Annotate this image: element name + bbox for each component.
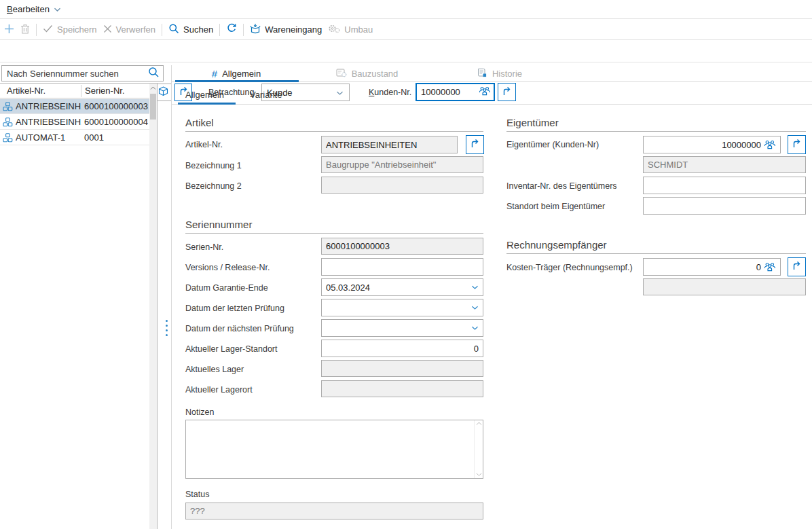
standort-label: Standort beim Eigentümer xyxy=(506,202,605,211)
inventar-field-wrap xyxy=(643,177,806,194)
discard-label: Verwerfen xyxy=(116,24,156,35)
section-eigentuemer-title: Eigentümer xyxy=(506,117,559,128)
jump-arrow-icon xyxy=(792,261,802,273)
subtab-allgemein[interactable]: Allgemein xyxy=(185,90,224,100)
save-button[interactable]: Speichern xyxy=(43,24,97,35)
row-artikel: AUTOMAT-1 xyxy=(16,132,81,143)
scroll-up-icon[interactable] xyxy=(475,422,483,426)
section-artikel-title: Artikel xyxy=(185,117,214,128)
version-field[interactable] xyxy=(326,262,479,272)
scrollbar-thumb[interactable] xyxy=(150,94,156,120)
scroll-up-icon[interactable] xyxy=(149,84,157,92)
inventar-field[interactable] xyxy=(648,181,801,191)
eigentuemer-field-wrap xyxy=(643,136,781,153)
notes-scrollbar[interactable] xyxy=(474,420,483,478)
check-icon xyxy=(43,24,53,35)
jump-arrow-icon xyxy=(470,139,480,151)
chevron-down-icon[interactable] xyxy=(471,326,479,331)
kostentraeger-field[interactable] xyxy=(648,262,761,272)
toolbar-separator xyxy=(162,24,162,36)
naechste-pruefung-date-picker[interactable] xyxy=(321,319,483,337)
column-serien-nr[interactable]: Serien-Nr. xyxy=(85,86,125,96)
tab-allgemein[interactable]: # Allgemein xyxy=(172,65,301,81)
machine-icon xyxy=(336,68,347,79)
bezeichnung1-label: Bezeichnung 1 xyxy=(185,161,242,170)
standort-field-wrap xyxy=(643,197,806,215)
chevron-down-icon[interactable] xyxy=(471,285,479,290)
menu-bearbeiten[interactable]: Bearbeiten xyxy=(7,4,61,14)
active-tab-underline xyxy=(175,80,299,82)
notizen-label: Notizen xyxy=(185,407,214,417)
notizen-field[interactable] xyxy=(186,420,474,478)
status-label: Status xyxy=(185,490,209,499)
bezeichnung1-field: Baugruppe "Antriebseinheit" xyxy=(321,156,483,173)
filter-bar: Artikel-Nr. Betrachtung Kunde Kunden-Nr. xyxy=(0,41,812,62)
list-scrollbar[interactable] xyxy=(149,84,157,529)
new-button[interactable] xyxy=(4,24,14,36)
tab-historie-label: Historie xyxy=(492,69,522,79)
discard-button[interactable]: Verwerfen xyxy=(103,24,156,35)
list-row[interactable]: AUTOMAT-1 0001 xyxy=(0,130,149,145)
customers-icon xyxy=(764,262,776,272)
chevron-down-icon[interactable] xyxy=(471,306,479,310)
kostentraeger-jump-button[interactable] xyxy=(788,257,806,276)
subtab-variante[interactable]: Variante xyxy=(250,90,282,100)
search-label: Suchen xyxy=(183,24,213,35)
rebuild-button[interactable]: Umbau xyxy=(328,24,373,36)
refresh-button[interactable] xyxy=(226,23,237,36)
kostentraeger-field-wrap xyxy=(643,258,781,276)
eigentuemer-name-field: SCHMIDT xyxy=(643,156,806,173)
artikel-field-jump-button[interactable] xyxy=(466,135,484,154)
menu-bearbeiten-label: Bearbeiten xyxy=(7,4,50,14)
standort-field[interactable] xyxy=(648,201,801,211)
goods-receipt-icon xyxy=(250,23,261,36)
refresh-icon xyxy=(226,23,237,36)
column-artikel-nr[interactable]: Artikel-Nr. xyxy=(7,86,45,96)
section-divider xyxy=(506,253,806,254)
goods-receipt-button[interactable]: Wareneingang xyxy=(250,23,322,36)
rebuild-label: Umbau xyxy=(344,24,373,35)
scroll-down-icon[interactable] xyxy=(475,473,483,477)
search-button[interactable]: Suchen xyxy=(168,23,213,36)
column-divider xyxy=(81,85,81,97)
eigentuemer-jump-button[interactable] xyxy=(788,135,806,154)
tab-historie[interactable]: Historie xyxy=(433,65,566,81)
row-artikel: ANTRIEBSEINH... xyxy=(16,101,81,111)
bezeichnung2-label: Bezeichnung 2 xyxy=(185,181,242,191)
serien-nr-field: 6000100000003 xyxy=(321,238,483,255)
lagerort-label: Aktueller Lagerort xyxy=(185,385,253,395)
delete-button[interactable] xyxy=(20,24,30,36)
splitter-grip[interactable] xyxy=(166,320,168,336)
letzte-pruefung-date-picker[interactable] xyxy=(321,299,483,316)
version-field-wrap xyxy=(321,258,483,276)
serien-nr-field-label: Serien-Nr. xyxy=(185,242,223,252)
bezeichnung2-field xyxy=(321,177,483,194)
customers-icon xyxy=(764,140,776,149)
trash-icon xyxy=(20,24,30,36)
list-row[interactable]: ANTRIEBSEINH... 6000100000003 xyxy=(0,99,149,114)
history-book-icon xyxy=(477,68,487,79)
toolbar: Speichern Verwerfen Suchen Wareneingang … xyxy=(0,20,812,40)
hash-icon: # xyxy=(212,68,217,79)
kostentraeger-label: Kosten-Träger (Rechnungsempf.) xyxy=(506,263,633,272)
tab-bauzustand[interactable]: Bauzustand xyxy=(301,65,433,81)
eigentuemer-field[interactable] xyxy=(648,140,761,150)
section-divider xyxy=(185,131,483,132)
cube-icon xyxy=(158,86,168,98)
toolbar-separator xyxy=(243,24,244,36)
garantie-date-picker[interactable]: 05.03.2024 xyxy=(321,278,483,296)
save-label: Speichern xyxy=(57,24,97,35)
gears-icon xyxy=(328,24,340,36)
section-rechnung-title: Rechnungsempfänger xyxy=(506,239,607,251)
active-subtab-underline xyxy=(178,103,236,105)
main-tabs: # Allgemein Bauzustand Historie xyxy=(172,65,812,82)
chevron-down-icon xyxy=(54,4,61,14)
lager-standort-field[interactable] xyxy=(326,344,479,354)
letzte-pruefung-label: Datum der letzten Prüfung xyxy=(185,304,284,313)
sub-tabs: Allgemein Variante xyxy=(172,86,812,105)
jump-arrow-icon xyxy=(792,139,802,151)
toolbar-separator xyxy=(219,24,220,36)
list-row[interactable]: ANTRIEBSEINH... 6000100000004 xyxy=(0,115,149,130)
lagerort-field xyxy=(321,380,483,397)
serial-search-input[interactable] xyxy=(7,69,148,79)
